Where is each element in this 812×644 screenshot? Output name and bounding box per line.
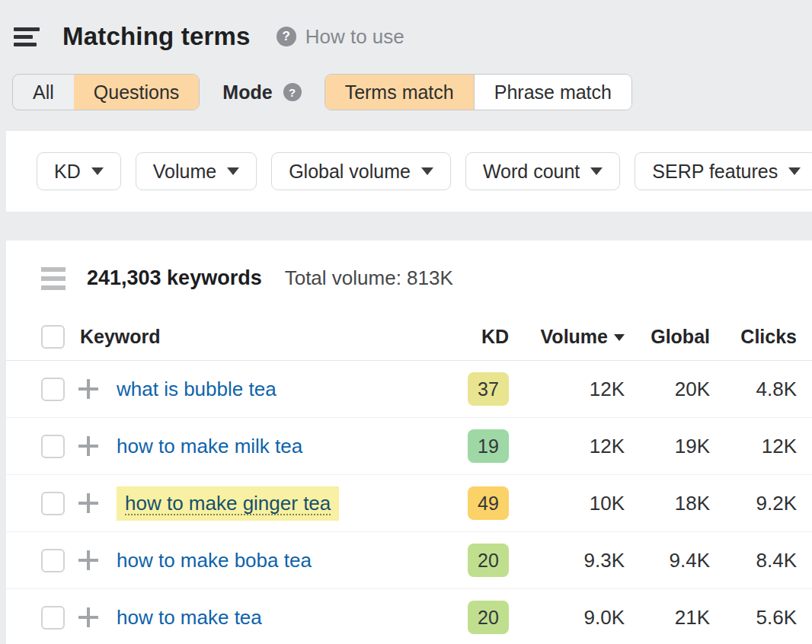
table-row: how to make tea 20 9.0K 21K 5.6K [6, 589, 812, 644]
total-volume: Total volume: 813K [285, 266, 453, 290]
clicks-value: 5.6K [710, 606, 797, 630]
column-header-clicks[interactable]: Clicks [710, 326, 797, 348]
volume-value: 9.3K [584, 549, 625, 572]
chevron-down-icon [590, 167, 603, 175]
chevron-down-icon [788, 167, 801, 175]
filter-volume[interactable]: Volume [136, 152, 257, 190]
results-toolbar: 241,303 keywords Total volume: 813K [6, 241, 812, 313]
keyword-link[interactable]: how to make tea [117, 606, 262, 630]
volume-value: 10K [590, 492, 625, 515]
results-card: 241,303 keywords Total volume: 813K Keyw… [6, 241, 812, 644]
row-checkbox[interactable] [41, 378, 65, 401]
table-row: how to make boba tea 20 9.3K 9.4K 8.4K [6, 532, 812, 589]
chevron-down-icon [227, 167, 239, 175]
app-header: Matching terms ? How to use [0, 0, 812, 73]
keyword-link[interactable]: what is bubble tea [117, 378, 277, 401]
column-header-volume[interactable]: Volume [509, 326, 625, 348]
table-header: Keyword KD Volume Global Clicks [6, 313, 812, 361]
how-to-use-label[interactable]: How to use [305, 25, 404, 49]
page-title: Matching terms [62, 22, 251, 51]
table-row: what is bubble tea 37 12K 20K 4.8K [6, 361, 812, 418]
add-to-list-icon[interactable] [78, 379, 98, 399]
how-to-use[interactable]: ? How to use [277, 25, 404, 49]
row-checkbox[interactable] [41, 606, 65, 630]
select-all-checkbox[interactable] [41, 325, 65, 349]
table-row: how to make milk tea 19 12K 19K 12K [6, 418, 812, 475]
kd-badge: 20 [468, 544, 509, 577]
row-checkbox[interactable] [41, 549, 65, 572]
filter-kd[interactable]: KD [37, 152, 121, 190]
row-checkbox[interactable] [41, 435, 65, 458]
global-value: 9.4K [625, 549, 710, 572]
row-checkbox[interactable] [41, 492, 65, 515]
kd-badge: 37 [468, 372, 509, 406]
keyword-count: 241,303 keywords [87, 266, 262, 290]
clicks-value: 8.4K [710, 549, 797, 572]
chevron-down-icon [91, 167, 104, 175]
help-icon[interactable]: ? [277, 27, 296, 46]
add-to-list-icon[interactable] [78, 493, 98, 513]
global-value: 19K [625, 435, 710, 458]
kd-badge: 19 [468, 429, 509, 463]
report-menu-icon[interactable] [14, 27, 41, 46]
mode-label: Mode [222, 81, 272, 104]
mode-help-icon[interactable]: ? [283, 83, 302, 101]
global-value: 18K [625, 492, 710, 515]
table-row: how to make ginger tea 49 10K 18K 9.2K [6, 475, 812, 532]
add-to-list-icon[interactable] [78, 607, 98, 627]
column-header-keyword[interactable]: Keyword [80, 326, 161, 348]
volume-value: 12K [590, 435, 625, 458]
global-value: 21K [625, 606, 710, 630]
tab-terms-match[interactable]: Terms match [325, 75, 474, 110]
filter-word-count[interactable]: Word count [465, 152, 620, 190]
filter-bar: KD Volume Global volume Word count SERP … [6, 131, 812, 212]
volume-value: 12K [590, 378, 625, 401]
chevron-down-icon [421, 167, 433, 175]
column-header-global[interactable]: Global [625, 326, 710, 348]
question-filter-segmented-control: All Questions [12, 74, 200, 110]
clicks-value: 9.2K [710, 492, 797, 515]
sort-desc-icon [614, 334, 625, 341]
clicks-value: 12K [710, 435, 797, 458]
kd-badge: 20 [468, 601, 509, 634]
filter-serp-features[interactable]: SERP features [635, 152, 812, 190]
mode-group: Mode ? [222, 81, 301, 104]
keyword-link[interactable]: how to make milk tea [117, 435, 302, 458]
kd-badge: 49 [468, 486, 509, 520]
list-menu-icon[interactable] [41, 267, 66, 290]
match-mode-segmented-control: Terms match Phrase match [324, 74, 632, 110]
clicks-value: 4.8K [710, 378, 797, 401]
keyword-link-highlighted[interactable]: how to make ginger tea [117, 486, 339, 521]
global-value: 20K [625, 378, 710, 401]
tab-all[interactable]: All [13, 75, 74, 110]
add-to-list-icon[interactable] [78, 436, 98, 456]
tabs-row: All Questions Mode ? Terms match Phrase … [0, 73, 812, 111]
keyword-link[interactable]: how to make boba tea [117, 549, 312, 572]
filter-global-volume[interactable]: Global volume [271, 152, 451, 190]
column-header-kd[interactable]: KD [445, 326, 509, 348]
tab-phrase-match[interactable]: Phrase match [474, 75, 631, 110]
volume-value: 9.0K [584, 606, 625, 630]
matching-terms-report: Matching terms ? How to use All Question… [0, 0, 812, 644]
add-to-list-icon[interactable] [78, 550, 98, 570]
tab-questions[interactable]: Questions [74, 75, 200, 110]
